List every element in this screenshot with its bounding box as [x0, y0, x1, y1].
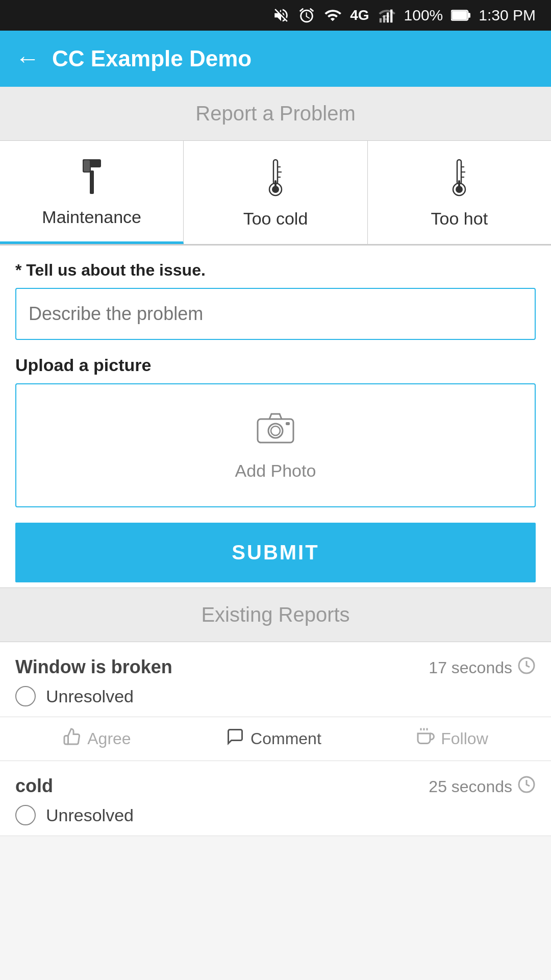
svg-rect-1 [383, 15, 385, 22]
report-title-1: cold [15, 775, 53, 797]
category-tabs: Maintenance Too cold [0, 141, 551, 246]
status-icons: 4G 100% 1:30 PM [272, 7, 536, 24]
report-status-row-0: Unresolved [15, 686, 536, 706]
upload-label: Upload a picture [15, 355, 536, 375]
follow-label-0: Follow [441, 729, 488, 748]
tab-maintenance[interactable]: Maintenance [0, 141, 184, 244]
follow-icon-0 [416, 727, 435, 750]
svg-rect-14 [274, 180, 277, 190]
follow-button-0[interactable]: Follow [416, 727, 488, 750]
back-button[interactable]: ← [15, 46, 40, 71]
comment-icon-0 [226, 727, 244, 750]
report-top-row-1: cold 25 seconds [15, 775, 536, 798]
agree-label-0: Agree [87, 729, 131, 748]
svg-rect-6 [468, 13, 471, 18]
svg-rect-7 [90, 170, 94, 194]
report-card-0: Window is broken 17 seconds Unresolved A… [0, 642, 551, 761]
report-section-title: Report a Problem [195, 102, 355, 125]
time-display: 1:30 PM [479, 7, 536, 24]
agree-button-0[interactable]: Agree [63, 727, 131, 750]
clock-icon-0 [517, 656, 536, 679]
tab-too-hot[interactable]: Too hot [368, 141, 551, 244]
report-status-0: Unresolved [46, 687, 134, 706]
svg-rect-21 [458, 180, 460, 190]
report-status-1: Unresolved [46, 805, 134, 825]
network-type-icon: 4G [350, 7, 369, 23]
battery-icon [451, 8, 470, 22]
describe-input[interactable] [15, 288, 536, 340]
tab-too-hot-label: Too hot [431, 209, 488, 229]
report-section-header: Report a Problem [0, 87, 551, 141]
add-photo-label: Add Photo [235, 461, 316, 481]
report-time-1: 25 seconds [429, 775, 536, 798]
status-circle-0 [15, 686, 36, 706]
svg-point-27 [271, 426, 280, 435]
status-circle-1 [15, 805, 36, 825]
thermometer-cold-icon [264, 157, 287, 203]
svg-rect-2 [387, 12, 389, 22]
signal-icon [378, 7, 396, 24]
clock-icon-1 [517, 775, 536, 798]
report-time-value-1: 25 seconds [429, 777, 512, 796]
alarm-icon [298, 7, 315, 24]
report-form: * Tell us about the issue. Upload a pict… [0, 246, 551, 587]
tab-maintenance-label: Maintenance [42, 207, 141, 227]
report-top-row-0: Window is broken 17 seconds [15, 656, 536, 679]
svg-rect-0 [379, 18, 381, 23]
tab-too-cold-label: Too cold [243, 209, 308, 229]
svg-rect-28 [286, 422, 290, 425]
upload-area[interactable]: Add Photo [15, 383, 536, 507]
submit-button[interactable]: SUBMIT [15, 523, 536, 582]
tab-too-cold[interactable]: Too cold [184, 141, 367, 244]
comment-label-0: Comment [251, 729, 321, 748]
battery-percent: 100% [404, 7, 443, 24]
report-status-row-1: Unresolved [15, 805, 536, 825]
status-bar: 4G 100% 1:30 PM [0, 0, 551, 31]
wifi-icon [323, 7, 342, 24]
describe-label: * Tell us about the issue. [15, 261, 536, 280]
report-title-0: Window is broken [15, 656, 172, 678]
report-time-value-0: 17 seconds [429, 658, 512, 677]
mute-icon [272, 7, 290, 24]
thermometer-hot-icon [448, 157, 470, 203]
app-header: ← CC Example Demo [0, 31, 551, 87]
report-time-0: 17 seconds [429, 656, 536, 679]
thumbs-up-icon-0 [63, 727, 81, 750]
svg-rect-10 [84, 160, 90, 172]
report-actions-0: Agree Comment Follow [15, 717, 536, 761]
existing-reports-header: Existing Reports [0, 587, 551, 642]
comment-button-0[interactable]: Comment [226, 727, 321, 750]
camera-icon [255, 410, 296, 454]
svg-rect-3 [390, 10, 392, 22]
report-card-1: cold 25 seconds Unresolved [0, 761, 551, 836]
hammer-icon [78, 155, 106, 201]
svg-rect-5 [452, 11, 467, 19]
app-title: CC Example Demo [52, 46, 252, 71]
existing-reports-title: Existing Reports [201, 603, 349, 626]
